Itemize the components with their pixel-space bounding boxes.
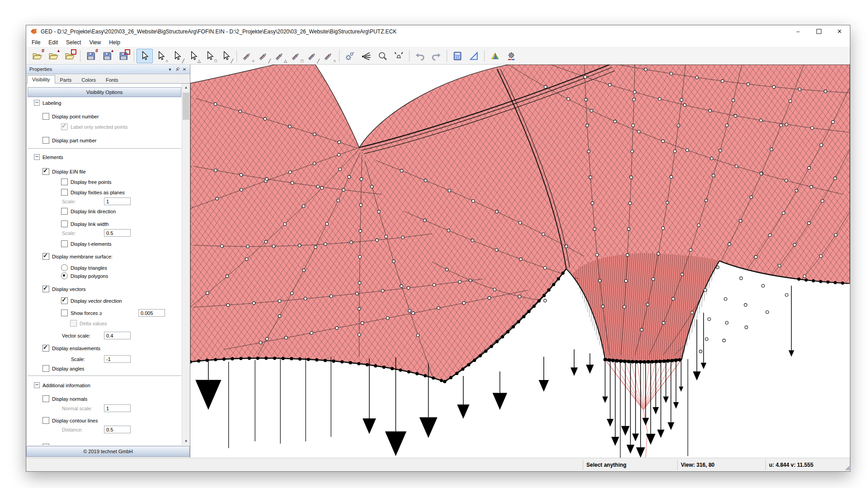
tab-colors[interactable]: Colors	[76, 75, 101, 84]
checkbox-icon[interactable]	[61, 189, 68, 196]
label-only-selected-points-checkbox[interactable]: ✓Label only selected points	[61, 122, 128, 131]
select-points-button[interactable]: ○	[153, 49, 169, 63]
checkbox-icon[interactable]	[42, 417, 49, 424]
scroll-down-icon[interactable]: ▼	[182, 437, 190, 445]
menu-edit[interactable]: Edit	[44, 38, 62, 47]
radio-icon[interactable]	[61, 272, 68, 279]
move-points-button[interactable]	[342, 49, 358, 63]
tab-visibility[interactable]: Visibility	[27, 75, 55, 84]
display-enslavements-checkbox[interactable]: ✓Display enslavements	[42, 344, 100, 352]
menu-help[interactable]: Help	[105, 38, 124, 47]
redo-button[interactable]	[428, 49, 444, 63]
measure-button[interactable]	[466, 49, 482, 63]
select-links-button[interactable]: ╱	[169, 49, 185, 63]
panel-close-icon[interactable]: ✕	[181, 66, 188, 73]
tab-parts[interactable]: Parts	[55, 75, 77, 84]
resize-grip[interactable]: ◢	[843, 465, 849, 471]
rays-button[interactable]	[358, 49, 374, 63]
select-button[interactable]	[137, 49, 153, 63]
menu-file[interactable]: File	[28, 38, 44, 47]
display-fixities-as-planes-checkbox[interactable]: Display fixities as planes	[61, 188, 125, 197]
materials-button[interactable]	[487, 49, 503, 63]
checkbox-icon[interactable]	[61, 178, 68, 185]
open-eck-button[interactable]	[61, 49, 78, 63]
checkbox-icon[interactable]: ✓	[42, 253, 49, 260]
checkbox-icon[interactable]	[42, 395, 49, 402]
value-input[interactable]: 0.5	[104, 426, 131, 433]
show-forces-checkbox[interactable]: Show forces ≥0.005	[61, 309, 165, 317]
display-vector-direction-checkbox[interactable]: ✓Display vector direction	[61, 296, 122, 305]
checkbox-icon[interactable]	[70, 320, 77, 327]
edit-triangles-button[interactable]: △	[272, 49, 288, 63]
checkbox-icon[interactable]	[61, 221, 68, 227]
calculator-button[interactable]	[449, 49, 466, 63]
minimize-button[interactable]: –	[788, 25, 808, 38]
checkbox-icon[interactable]: ✓	[42, 345, 49, 352]
checkbox-icon[interactable]	[61, 208, 68, 215]
scroll-up-icon[interactable]: ▲	[182, 84, 190, 91]
edit-mixed-button[interactable]: ○	[321, 49, 337, 63]
maximize-button[interactable]	[808, 25, 829, 38]
select-elements-button[interactable]: ╱	[218, 49, 234, 63]
save-fofin-button[interactable]: ▲	[99, 49, 115, 63]
value-input[interactable]: -1	[104, 355, 131, 363]
drawing-canvas[interactable]	[190, 65, 850, 458]
checkbox-icon[interactable]: ✓	[61, 297, 68, 304]
checkbox-icon[interactable]: ✓	[42, 286, 49, 292]
delta-values-checkbox[interactable]: Delta values	[70, 319, 107, 328]
value-input[interactable]: 1	[104, 197, 131, 205]
clipped-option-checkbox[interactable]	[42, 443, 52, 445]
select-quads-button[interactable]: □	[202, 49, 218, 63]
display-link-width-checkbox[interactable]: Display link width	[61, 220, 108, 228]
zoom-window-button[interactable]	[391, 49, 407, 63]
checkbox-icon[interactable]	[42, 137, 49, 144]
display-polygons-radiobox[interactable]: Display polygons	[61, 272, 108, 280]
display-free-points-checkbox[interactable]: Display free points	[61, 178, 112, 186]
edit-links-button[interactable]: ╱	[255, 49, 272, 63]
collapse-icon[interactable]	[34, 154, 40, 160]
checkbox-icon[interactable]: ✓	[61, 123, 68, 130]
display-normals-checkbox[interactable]: Display normals	[42, 394, 87, 403]
display-part-number-checkbox[interactable]: Display part number	[42, 136, 96, 145]
menu-view[interactable]: View	[85, 38, 105, 47]
value-input[interactable]: 0.005	[138, 309, 165, 317]
zoom-button[interactable]	[374, 49, 391, 63]
checkbox-icon[interactable]	[61, 310, 68, 316]
value-input[interactable]: 1	[104, 404, 131, 412]
panel-menu-icon[interactable]: ▾	[166, 66, 174, 73]
select-triangles-button[interactable]: △	[185, 49, 202, 63]
collapse-icon[interactable]	[34, 382, 40, 388]
checkbox-icon[interactable]	[42, 365, 49, 372]
display-vectors-checkbox[interactable]: ✓Display vectors	[42, 285, 86, 293]
open-fofin-button[interactable]: ▲	[45, 49, 61, 63]
checkbox-icon[interactable]	[61, 240, 68, 247]
panel-scrollbar[interactable]: ▲ ▼	[182, 84, 190, 445]
display-ein-file-checkbox[interactable]: ✓Display EIN file	[42, 167, 86, 176]
panel-pin-icon[interactable]	[174, 66, 181, 73]
display-angles-checkbox[interactable]: Display angles	[42, 364, 85, 373]
display-point-number-checkbox[interactable]: Display point number	[42, 112, 99, 121]
edit-quads-button[interactable]: □	[288, 49, 304, 63]
menu-select[interactable]: Select	[62, 38, 85, 47]
display-link-direction-checkbox[interactable]: Display link direction	[61, 207, 116, 216]
display-membrane-surface-checkbox[interactable]: ✓Display membrane surface:	[42, 252, 113, 261]
tab-fonts[interactable]: Fonts	[101, 75, 123, 84]
save-eck-button[interactable]	[115, 49, 132, 63]
scrollbar-thumb[interactable]	[183, 93, 189, 120]
undo-button[interactable]	[412, 49, 428, 63]
display-contour-lines-checkbox[interactable]: Display contour lines	[42, 416, 98, 425]
save-ein-button[interactable]: #	[83, 49, 99, 63]
open-ein-button[interactable]: #	[29, 49, 45, 63]
display-triangles-radiobox[interactable]: Display triangles	[61, 263, 107, 272]
checkbox-icon[interactable]: ✓	[42, 168, 49, 175]
settings-button[interactable]	[503, 49, 519, 63]
display-t-elements-checkbox[interactable]: Display t-elements	[61, 239, 111, 248]
checkbox-icon[interactable]	[42, 113, 49, 120]
radio-icon[interactable]	[61, 264, 68, 271]
value-input[interactable]: 0.5	[104, 229, 131, 237]
value-input[interactable]: 0.4	[104, 332, 131, 339]
edit-points-button[interactable]: ○	[239, 49, 255, 63]
collapse-icon[interactable]	[34, 100, 40, 106]
edit-elements-button[interactable]: ╱	[304, 49, 321, 63]
checkbox-icon[interactable]	[42, 444, 49, 445]
